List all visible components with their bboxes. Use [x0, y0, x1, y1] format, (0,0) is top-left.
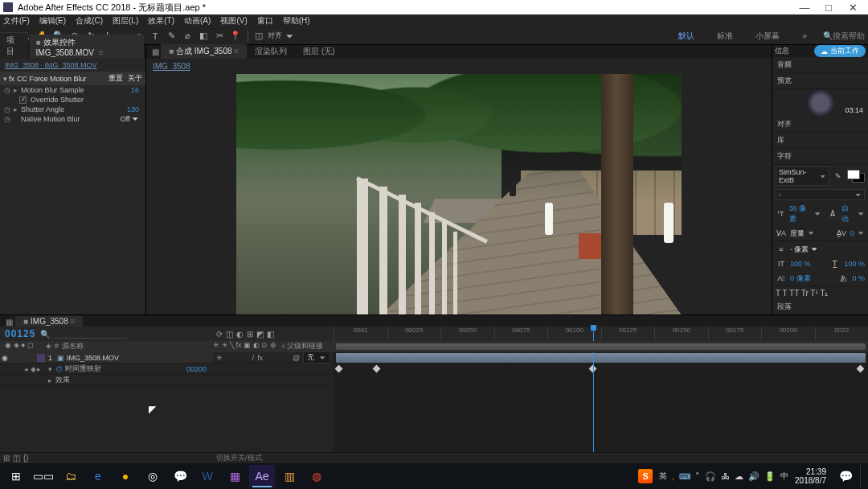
font-family-dropdown[interactable]: SimSun-ExtB⏷ [776, 166, 829, 186]
shy-icon[interactable]: ⟳ [216, 330, 223, 339]
start-button[interactable]: ⊞ [3, 465, 29, 487]
snap-toggle[interactable]: ◫ [252, 30, 266, 43]
search-help-field[interactable]: 搜索帮助 [833, 31, 865, 42]
eyedropper-icon[interactable]: ✎ [833, 171, 844, 182]
baseline-value[interactable]: 0 像素 [790, 273, 811, 284]
toggle-modes-icon[interactable]: ◫ [13, 454, 20, 462]
switch-mode-toggle[interactable]: 切换开关/模式 [213, 453, 334, 463]
ime-lang[interactable]: 英 [659, 471, 667, 482]
eraser-tool-icon[interactable]: ◧ [196, 30, 211, 43]
ime-mode[interactable]: ⌨ [679, 472, 690, 481]
library-label[interactable]: 库 [772, 133, 868, 149]
layer-row[interactable]: ◉ 1 ▣ IMG_3508.MOV [0, 352, 213, 364]
menu-icon[interactable]: ≡ [99, 48, 104, 57]
chrome-icon[interactable]: ◎ [140, 465, 166, 487]
menu-file[interactable]: 文件(F) [3, 15, 30, 27]
shutter-value[interactable]: 130 [127, 105, 139, 113]
fx-reset[interactable]: 重置 [108, 73, 123, 84]
override-checkbox[interactable]: ✓ [19, 97, 27, 104]
panel-icon[interactable]: ▦ [6, 318, 13, 327]
panel-menu-icon[interactable]: ▦ [149, 47, 161, 59]
onedrive-icon[interactable]: ☁ [735, 471, 743, 482]
volume-icon[interactable]: 🔊 [748, 471, 760, 482]
twirl-right-icon[interactable]: ▸ [11, 105, 19, 113]
workspace-default[interactable]: 默认 [678, 31, 694, 42]
headphones-icon[interactable]: 🎧 [705, 471, 716, 482]
kerning-value[interactable]: 度量 [790, 228, 805, 239]
frame-blend-icon[interactable]: ◫ [226, 330, 233, 339]
next-key-icon[interactable]: ▸ [37, 365, 43, 373]
effects-row[interactable]: ▸ 效果 [0, 375, 213, 386]
edge-icon[interactable]: e [85, 465, 111, 487]
hscale-value[interactable]: 100 % [844, 260, 865, 268]
leading-value[interactable]: 自动 [841, 203, 854, 224]
app2-icon[interactable]: ▥ [276, 465, 302, 487]
time-ruler[interactable]: 0001000250005000075001000012500150001750… [334, 327, 868, 341]
wechat-icon[interactable]: 💬 [167, 465, 193, 487]
layer-name[interactable]: IMG_3508.MOV [67, 354, 119, 362]
menu-edit[interactable]: 编辑(E) [39, 15, 66, 27]
graph-icon[interactable]: ⊞ [247, 330, 253, 339]
add-key-icon[interactable]: ◆ [31, 365, 37, 373]
layer-tab[interactable]: 图层 (无) [295, 44, 342, 59]
show-desktop-button[interactable] [860, 465, 865, 487]
keyframe-icon[interactable] [335, 365, 343, 373]
keyframe-icon[interactable] [857, 365, 865, 373]
network-icon[interactable]: 🖧 [721, 471, 730, 481]
ime-indicator[interactable]: 中 [780, 471, 788, 482]
layer-color-icon[interactable] [37, 354, 45, 362]
workspace-small[interactable]: 小屏幕 [755, 31, 780, 42]
parent-header[interactable]: 父级和链接 [287, 342, 323, 350]
draft3d-icon[interactable]: ◩ [256, 330, 264, 339]
preview-label[interactable]: 预览 [772, 73, 868, 89]
paragraph-label[interactable]: 段落 [772, 299, 868, 315]
menu-window[interactable]: 窗口 [257, 15, 273, 27]
system-tray[interactable]: S 英 , ⌨ ˄ 🎧 🖧 ☁ 🔊 🔋 中 [638, 469, 788, 483]
ec-breadcrumb[interactable]: IMG_3508 · IMG_3508.MOV [0, 59, 145, 72]
toggle-in-out-icon[interactable]: {} [23, 454, 29, 462]
motion-blur-icon[interactable]: ◐ [236, 330, 244, 339]
explorer-icon[interactable]: 🗂 [58, 465, 84, 487]
tag-icon[interactable]: ◧ [267, 330, 274, 339]
layer-bar[interactable] [334, 352, 868, 364]
comp-breadcrumb[interactable]: IMG_3508 [146, 59, 772, 74]
tray-overflow-icon[interactable]: ˄ [695, 471, 700, 482]
twirl-right-icon[interactable]: ▸ [11, 86, 19, 94]
time-remap-value[interactable]: 00200 [186, 365, 207, 373]
layer-search-input[interactable] [55, 330, 127, 339]
source-name-header[interactable]: 源名称 [62, 342, 84, 350]
fx-header[interactable]: ▾ fx CC Force Motion Blur 重置 关于 [0, 72, 145, 85]
workspace-more[interactable]: » [802, 31, 807, 40]
type-tool-icon[interactable]: T [148, 30, 162, 43]
menu-anim[interactable]: 动画(A) [184, 15, 211, 27]
close-button[interactable]: ✕ [841, 2, 865, 14]
fx-about[interactable]: 关于 [128, 73, 142, 84]
notes-icon[interactable]: ▦ [222, 465, 248, 487]
menu-layer[interactable]: 图层(L) [113, 15, 138, 27]
text-options[interactable]: T T TT Tr T¹ T₁ [772, 286, 868, 299]
search-icon[interactable]: 🔍 [823, 31, 833, 40]
menu-effect[interactable]: 效果(T) [148, 15, 174, 27]
maximize-button[interactable]: □ [817, 2, 841, 14]
minimize-button[interactable]: — [792, 2, 817, 14]
clone-tool-icon[interactable]: ⌀ [180, 30, 194, 43]
time-remap-track[interactable] [334, 364, 868, 375]
menu-help[interactable]: 帮助(H) [283, 15, 310, 27]
font-size-value[interactable]: 36 像素 [789, 203, 812, 224]
pickwhip-icon[interactable]: @ [293, 354, 300, 362]
puppet-tool-icon[interactable]: 📍 [228, 30, 243, 43]
stopwatch-icon[interactable]: ◷ [3, 105, 11, 113]
audio-label[interactable]: 音频 [772, 57, 868, 73]
timeline-tab[interactable]: ■IMG_3508 ≡ [15, 316, 83, 327]
composition-viewer[interactable] [146, 74, 772, 315]
stopwatch-icon[interactable]: ◷ [3, 86, 11, 94]
work-area-bar[interactable] [336, 343, 866, 350]
sogou-ime-icon[interactable]: S [638, 469, 653, 483]
workspace-standard[interactable]: 标准 [717, 31, 733, 42]
parent-dropdown[interactable]: 无 ⏷ [303, 351, 330, 364]
time-remap-row[interactable]: ◂ ◆ ▸ ▾ ⏱ 时间重映射 00200 [0, 364, 213, 375]
layer-switches[interactable]: ✳/fx @ 无 ⏷ [213, 352, 334, 364]
render-queue-tab[interactable]: 渲染队列 [247, 44, 295, 59]
tracking-value[interactable]: 0 [850, 229, 854, 237]
project-tab[interactable]: 项目 [0, 32, 28, 59]
